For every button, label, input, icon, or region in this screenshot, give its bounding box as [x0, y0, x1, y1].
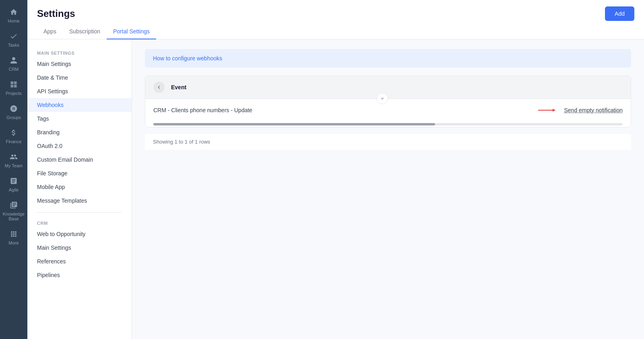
send-empty-notification-link[interactable]: Send empty notification [564, 107, 623, 113]
table-scrollbar-inner [153, 123, 435, 125]
sidebar-item-groups[interactable]: Groups [0, 100, 27, 124]
collapse-button[interactable] [377, 93, 388, 104]
sidebar-label-my-team: My Team [5, 163, 23, 168]
menu-item-webhooks[interactable]: Webhooks [27, 98, 132, 112]
menu-item-pipelines[interactable]: Pipelines [27, 268, 132, 282]
sidebar-item-tasks[interactable]: Tasks [0, 27, 27, 51]
webhook-row: CRM - Clients phone numbers - Update Sen… [145, 99, 631, 121]
sidebar-item-home[interactable]: Home [0, 3, 27, 27]
sidebar-item-crm[interactable]: CRM [0, 51, 27, 76]
sidebar-label-knowledge-base: Knowledge Base [2, 212, 26, 221]
menu-item-references[interactable]: References [27, 255, 132, 268]
menu-item-message-templates[interactable]: Message Templates [27, 194, 132, 208]
sidebar-item-agile[interactable]: Agile [0, 172, 27, 196]
table-scrollbar [153, 123, 623, 125]
sidebar-label-finance: Finance [6, 139, 21, 144]
tab-portal-settings[interactable]: Portal Settings [107, 24, 156, 39]
menu-item-mobile-app[interactable]: Mobile App [27, 180, 132, 194]
webhooks-table-header: Event [145, 76, 631, 99]
sidebar-label-more: More [8, 240, 19, 245]
sidebar-label-crm: CRM [8, 67, 19, 72]
menu-item-api-settings[interactable]: API Settings [27, 84, 132, 98]
arrow-right-icon [538, 105, 557, 115]
sidebar-label-home: Home [8, 18, 19, 23]
main-container: Settings Add Apps Subscription Portal Se… [27, 0, 644, 339]
add-button[interactable]: Add [605, 6, 634, 21]
menu-item-oauth[interactable]: OAuth 2.0 [27, 139, 132, 153]
left-nav-sidebar: Home Tasks CRM Projects Groups Finance [0, 0, 27, 339]
settings-tabs: Apps Subscription Portal Settings [27, 21, 644, 39]
agile-icon [9, 176, 19, 186]
sidebar-item-my-team[interactable]: My Team [0, 148, 27, 172]
info-banner: How to configure webhooks [145, 49, 631, 68]
projects-icon [9, 80, 19, 89]
content-layout: MAIN SETTINGS Main Settings Date & Time … [27, 39, 644, 339]
sidebar-item-projects[interactable]: Projects [0, 76, 27, 100]
sidebar-label-groups: Groups [6, 115, 21, 120]
sidebar-item-finance[interactable]: Finance [0, 124, 27, 148]
send-notification-wrapper: Send empty notification [538, 105, 623, 115]
my-team-icon [9, 152, 19, 162]
sidebar-label-agile: Agile [9, 187, 19, 192]
sidebar-label-tasks: Tasks [8, 43, 19, 47]
menu-item-crm-main-settings[interactable]: Main Settings [27, 241, 132, 255]
menu-item-tags[interactable]: Tags [27, 112, 132, 125]
svg-marker-1 [553, 109, 555, 111]
event-column-label: Event [171, 84, 186, 90]
showing-rows-text: Showing 1 to 1 of 1 rows [145, 134, 631, 150]
menu-item-main-settings[interactable]: Main Settings [27, 57, 132, 71]
finance-icon [9, 128, 19, 138]
back-button[interactable] [153, 82, 165, 93]
configure-webhooks-link[interactable]: How to configure webhooks [153, 55, 222, 62]
sidebar-divider [37, 212, 122, 213]
tab-apps[interactable]: Apps [37, 24, 63, 39]
webhooks-card: Event CRM - Clients phone numbers - Upda… [145, 76, 631, 127]
sidebar-item-more[interactable]: More [0, 225, 27, 249]
more-icon [9, 229, 19, 239]
page-title: Settings [37, 8, 75, 19]
tab-subscription[interactable]: Subscription [63, 24, 107, 39]
crm-section-title: CRM [27, 218, 132, 227]
menu-item-custom-email-domain[interactable]: Custom Email Domain [27, 153, 132, 166]
groups-icon [9, 104, 19, 113]
tasks-icon [9, 31, 19, 41]
sidebar-item-knowledge-base[interactable]: Knowledge Base [0, 196, 27, 225]
webhooks-main-content: How to configure webhooks Event CRM - Cl… [132, 39, 644, 339]
page-header: Settings Add [27, 0, 644, 21]
sidebar-label-projects: Projects [6, 91, 22, 96]
menu-item-web-to-opportunity[interactable]: Web to Opportunity [27, 227, 132, 241]
webhook-event-name: CRM - Clients phone numbers - Update [153, 107, 252, 113]
menu-item-branding[interactable]: Branding [27, 125, 132, 139]
main-settings-section-title: MAIN SETTINGS [27, 47, 132, 57]
knowledge-base-icon [9, 200, 19, 210]
menu-item-file-storage[interactable]: File Storage [27, 166, 132, 180]
menu-item-date-time[interactable]: Date & Time [27, 71, 132, 84]
settings-sidebar: MAIN SETTINGS Main Settings Date & Time … [27, 39, 132, 339]
home-icon [9, 7, 19, 17]
crm-icon [9, 55, 19, 65]
